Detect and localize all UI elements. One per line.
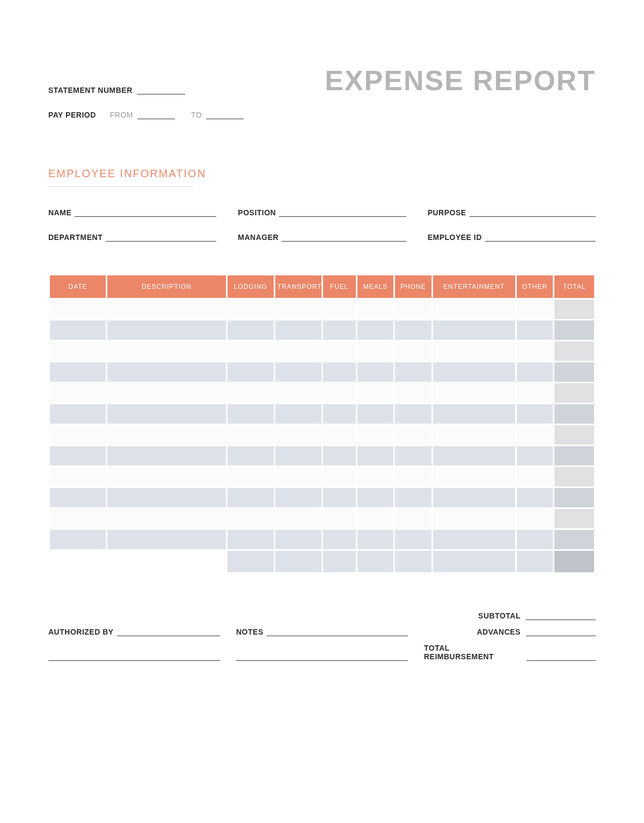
- table-totals-cell[interactable]: [357, 551, 393, 572]
- table-cell[interactable]: [357, 321, 393, 340]
- table-cell[interactable]: [395, 467, 431, 486]
- table-cell[interactable]: [228, 321, 274, 340]
- table-cell[interactable]: [107, 300, 226, 319]
- table-cell[interactable]: [107, 321, 226, 340]
- table-cell[interactable]: [433, 362, 515, 382]
- table-cell[interactable]: [395, 321, 431, 340]
- table-cell[interactable]: [50, 509, 106, 528]
- table-cell[interactable]: [395, 404, 431, 424]
- employee-id-input[interactable]: [485, 234, 596, 242]
- notes-line2[interactable]: [236, 653, 408, 661]
- table-cell[interactable]: [357, 383, 393, 403]
- table-cell[interactable]: [50, 425, 106, 445]
- table-cell[interactable]: [433, 467, 515, 486]
- table-cell[interactable]: [433, 530, 515, 549]
- table-cell[interactable]: [275, 509, 321, 528]
- table-cell[interactable]: [323, 467, 356, 486]
- table-cell[interactable]: [50, 446, 106, 465]
- table-cell[interactable]: [517, 488, 553, 507]
- table-cell[interactable]: [107, 467, 226, 486]
- table-cell[interactable]: [517, 300, 553, 319]
- table-cell[interactable]: [395, 530, 431, 549]
- table-cell[interactable]: [323, 341, 356, 361]
- table-cell[interactable]: [395, 362, 431, 382]
- table-cell[interactable]: [228, 425, 274, 445]
- table-cell[interactable]: [395, 383, 431, 403]
- table-cell[interactable]: [275, 446, 321, 465]
- from-input[interactable]: [137, 112, 175, 119]
- table-cell[interactable]: [50, 341, 106, 361]
- table-cell[interactable]: [357, 467, 393, 486]
- table-cell[interactable]: [433, 383, 515, 403]
- table-cell[interactable]: [275, 425, 321, 445]
- table-cell[interactable]: [357, 509, 393, 528]
- table-totals-cell[interactable]: [554, 551, 594, 572]
- table-cell[interactable]: [517, 467, 553, 486]
- table-totals-cell[interactable]: [395, 551, 431, 572]
- table-cell[interactable]: [554, 341, 594, 361]
- table-cell[interactable]: [554, 425, 594, 445]
- table-cell[interactable]: [554, 300, 594, 319]
- table-cell[interactable]: [323, 446, 356, 465]
- advances-input[interactable]: [526, 629, 596, 636]
- table-cell[interactable]: [357, 446, 393, 465]
- table-totals-cell[interactable]: [228, 551, 274, 572]
- table-cell[interactable]: [517, 404, 553, 424]
- table-cell[interactable]: [228, 383, 274, 403]
- table-cell[interactable]: [275, 404, 321, 424]
- position-input[interactable]: [279, 209, 406, 217]
- table-cell[interactable]: [357, 404, 393, 424]
- table-cell[interactable]: [357, 425, 393, 445]
- table-cell[interactable]: [517, 425, 553, 445]
- table-cell[interactable]: [554, 467, 594, 486]
- table-cell[interactable]: [228, 467, 274, 486]
- authorized-by-line2[interactable]: [48, 653, 220, 661]
- table-cell[interactable]: [357, 362, 393, 382]
- table-cell[interactable]: [107, 446, 226, 465]
- table-cell[interactable]: [228, 341, 274, 361]
- table-cell[interactable]: [433, 509, 515, 528]
- table-cell[interactable]: [357, 530, 393, 549]
- table-cell[interactable]: [433, 300, 515, 319]
- table-cell[interactable]: [395, 509, 431, 528]
- table-cell[interactable]: [554, 509, 594, 528]
- table-cell[interactable]: [395, 341, 431, 361]
- table-cell[interactable]: [228, 300, 274, 319]
- table-cell[interactable]: [323, 509, 356, 528]
- table-cell[interactable]: [323, 362, 356, 382]
- manager-input[interactable]: [282, 234, 406, 242]
- purpose-input[interactable]: [470, 209, 596, 217]
- table-cell[interactable]: [395, 488, 431, 507]
- authorized-by-input[interactable]: [117, 629, 220, 636]
- table-cell[interactable]: [228, 530, 274, 549]
- table-cell[interactable]: [228, 488, 274, 507]
- table-cell[interactable]: [228, 404, 274, 424]
- table-cell[interactable]: [323, 425, 356, 445]
- table-cell[interactable]: [50, 300, 106, 319]
- table-cell[interactable]: [107, 404, 226, 424]
- table-cell[interactable]: [433, 425, 515, 445]
- department-input[interactable]: [106, 234, 216, 242]
- table-cell[interactable]: [395, 446, 431, 465]
- table-totals-cell[interactable]: [433, 551, 515, 572]
- table-cell[interactable]: [107, 425, 226, 445]
- table-cell[interactable]: [275, 341, 321, 361]
- table-cell[interactable]: [228, 446, 274, 465]
- table-totals-cell[interactable]: [323, 551, 356, 572]
- notes-input[interactable]: [267, 629, 408, 636]
- table-cell[interactable]: [517, 362, 553, 382]
- table-cell[interactable]: [395, 300, 431, 319]
- table-cell[interactable]: [275, 362, 321, 382]
- table-cell[interactable]: [517, 383, 553, 403]
- table-cell[interactable]: [50, 383, 106, 403]
- table-cell[interactable]: [554, 488, 594, 507]
- table-cell[interactable]: [50, 467, 106, 486]
- table-cell[interactable]: [554, 530, 594, 549]
- table-cell[interactable]: [50, 488, 106, 507]
- table-cell[interactable]: [554, 383, 594, 403]
- table-cell[interactable]: [395, 425, 431, 445]
- table-cell[interactable]: [323, 300, 356, 319]
- table-cell[interactable]: [228, 509, 274, 528]
- table-cell[interactable]: [228, 362, 274, 382]
- table-cell[interactable]: [554, 362, 594, 382]
